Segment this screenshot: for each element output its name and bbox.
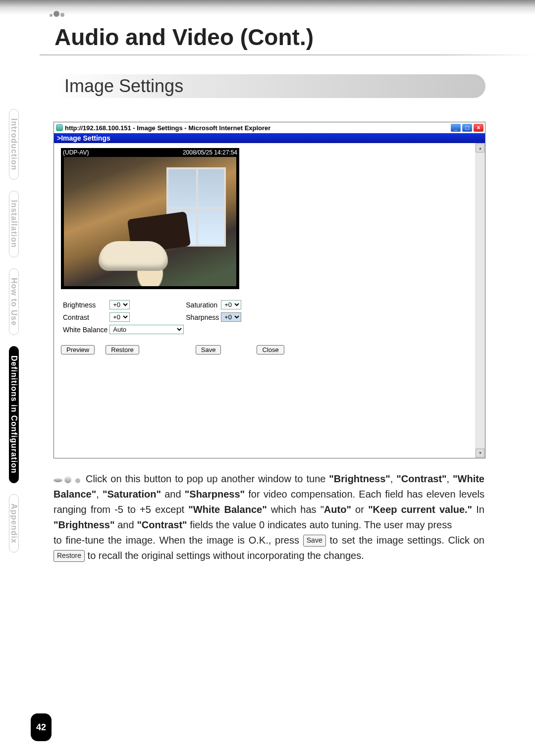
minimize-icon[interactable]: _ [450, 123, 461, 132]
inline-restore-button: Restore [54, 550, 85, 562]
close-button[interactable]: Close [257, 345, 284, 354]
window-title: http://192.168.100.151 - Image Settings … [65, 124, 270, 132]
window-body: (UDP-AV) 2008/05/25 14:27:54 Brightness … [54, 143, 485, 458]
image-tune-icon [54, 475, 82, 483]
text: Click on this button to pop up another w… [82, 473, 329, 484]
bold-auto: Auto" [324, 504, 351, 515]
timestamp: 2008/05/25 14:27:54 [183, 149, 237, 156]
sidebar: Introduction Installation How to Use Def… [9, 109, 38, 563]
ie-icon [56, 124, 63, 131]
save-button[interactable]: Save [196, 345, 221, 354]
sidebar-item-how-to-use[interactable]: How to Use [9, 268, 19, 335]
camera-label: (UDP-AV) [63, 149, 89, 156]
text: to recall the original settings without … [85, 550, 364, 561]
bold-saturation: "Saturation" [103, 489, 161, 500]
saturation-select[interactable]: +0 [221, 300, 241, 309]
title-underline [40, 54, 535, 55]
bold-white-balance-2: "White Balance" [188, 504, 267, 515]
text: fields the value 0 indicates auto tuning… [187, 519, 455, 530]
top-gradient [0, 0, 535, 15]
sharpness-select[interactable]: +0 [221, 312, 241, 322]
brightness-label: Brightness [63, 300, 107, 309]
sidebar-item-installation[interactable]: Installation [9, 191, 19, 257]
bold-brightness-2: "Brightness" [54, 519, 114, 530]
window-titlebar: http://192.168.100.151 - Image Settings … [54, 122, 485, 133]
white-balance-label: White Balance [63, 325, 107, 334]
text: or [351, 504, 368, 515]
bold-keep-current: "Keep current value." [368, 504, 472, 515]
maximize-icon[interactable]: □ [462, 123, 473, 132]
image-controls: Brightness +0 Saturation +0 Contrast +0 … [61, 297, 478, 354]
decorative-dots [50, 11, 64, 17]
text: In [472, 504, 484, 515]
sidebar-item-introduction[interactable]: Introduction [9, 109, 19, 180]
page-title: Audio and Video (Cont.) [54, 24, 314, 50]
sidebar-item-appendix[interactable]: Appendix [9, 494, 19, 553]
screenshot-window: http://192.168.100.151 - Image Settings … [54, 122, 485, 458]
inline-save-button: Save [303, 535, 326, 547]
bold-contrast-2: "Contrast" [137, 519, 187, 530]
section-heading: Image Settings [54, 74, 485, 98]
text: , [96, 489, 103, 500]
sidebar-item-definitions[interactable]: Definitions in Configuration [9, 346, 19, 483]
video-preview: (UDP-AV) 2008/05/25 14:27:54 [61, 148, 239, 289]
saturation-label: Saturation [186, 300, 219, 309]
window-breadcrumb: >Image Settings [54, 133, 485, 143]
text: and [161, 489, 185, 500]
description-paragraph: Click on this button to pop up another w… [54, 471, 484, 563]
text: , [390, 473, 397, 484]
close-icon[interactable]: × [473, 123, 484, 132]
white-balance-select[interactable]: Auto [109, 325, 184, 334]
preview-button[interactable]: Preview [61, 345, 95, 354]
bold-brightness: "Brightness" [329, 473, 390, 484]
contrast-label: Contrast [63, 312, 107, 322]
text: , [447, 473, 453, 484]
text: which has " [267, 504, 324, 515]
room-sofa-icon [99, 241, 168, 271]
page-number: 42 [31, 713, 52, 741]
text: and [114, 519, 137, 530]
bold-contrast: "Contrast" [396, 473, 446, 484]
contrast-select[interactable]: +0 [109, 312, 130, 322]
brightness-select[interactable]: +0 [109, 300, 130, 309]
sharpness-label: Sharpness [186, 312, 219, 322]
text: to set the image settings. Click on [326, 535, 484, 546]
restore-button[interactable]: Restore [106, 345, 139, 354]
text: to fine-tune the image. When the image i… [54, 535, 303, 546]
bold-sharpness: "Sharpness" [185, 489, 245, 500]
